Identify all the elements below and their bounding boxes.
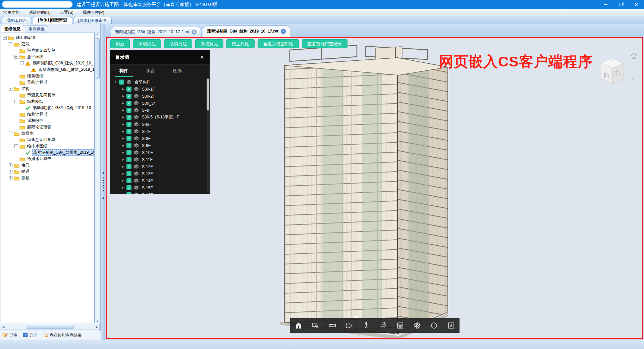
document-tab-0[interactable]: 翡翠湖别院_G8#_建筑_2019_10_17-2.rvt✕	[111, 27, 201, 37]
main-tab-1[interactable]: [单体1]模型审查	[33, 16, 72, 24]
document-tab-close-icon[interactable]: ✕	[281, 29, 286, 34]
component-checkbox[interactable]: ✓	[126, 136, 131, 141]
tree-expander-icon[interactable]: −	[20, 61, 24, 65]
expander-closed-icon[interactable]: ▶	[121, 109, 125, 112]
expander-closed-icon[interactable]: ▶	[121, 151, 125, 154]
tree-row[interactable]: 翡翠湖别院_G8#_结构_2019_10_17. r	[1, 105, 94, 111]
component-checkbox[interactable]: ✓	[126, 129, 131, 134]
expander-closed-icon[interactable]: ▶	[121, 123, 125, 126]
viewer-toolbar-button-0[interactable]: 刷新	[110, 39, 130, 48]
tree-row[interactable]: 审查意见回复单	[1, 47, 94, 54]
scroll-down-icon[interactable]: ▼	[96, 320, 99, 323]
component-checkbox[interactable]: ✓	[126, 101, 131, 106]
catalog-tab-1[interactable]: 集合	[146, 64, 155, 77]
tree-row[interactable]: −总平面图	[1, 54, 94, 60]
component-checkbox[interactable]: ✓	[126, 178, 131, 183]
tree-row[interactable]: +勘察	[1, 175, 94, 181]
expander-closed-icon[interactable]: ▶	[121, 102, 125, 105]
tree-row[interactable]: 翡翠湖别院_G8#_建筑_2019_10_1	[1, 66, 94, 73]
catalog-close-icon[interactable]: ✕	[200, 54, 204, 60]
catalog-row[interactable]: ▶✓S-9F	[110, 142, 206, 149]
section-icon[interactable]	[345, 321, 354, 330]
left-panel-tab-1[interactable]: 审查意见	[25, 26, 48, 33]
splitter-grip[interactable]	[103, 177, 104, 192]
properties-icon[interactable]	[396, 321, 405, 330]
viewer-toolbar-button-1[interactable]: 添加批注	[133, 39, 161, 48]
component-checkbox[interactable]: ✓	[126, 87, 131, 92]
tree-row[interactable]: −结构图纸	[1, 98, 94, 105]
viewer-toolbar-button-2[interactable]: 取消批注	[164, 39, 192, 48]
tree-row[interactable]: +暖通	[1, 168, 94, 175]
nav-menu-arrow-icon[interactable]: ▽	[632, 78, 635, 81]
expander-open-icon[interactable]: ▼	[114, 81, 117, 84]
close-button[interactable]: ✕	[629, 0, 644, 9]
component-checkbox[interactable]: ✓	[126, 171, 131, 176]
tree-row[interactable]: 建筑图纸	[1, 73, 94, 79]
scroll-left-icon[interactable]: ◀	[2, 326, 4, 329]
catalog-scrollbar[interactable]	[207, 79, 209, 193]
catalog-row[interactable]: ▶✓S30-5（5-18平面）F	[110, 114, 206, 121]
component-checkbox[interactable]: ✓	[126, 157, 131, 162]
walk-icon[interactable]	[362, 321, 371, 330]
expander-closed-icon[interactable]: ▶	[121, 144, 125, 147]
catalog-row[interactable]: ▶✓S-12F	[110, 163, 206, 170]
expander-closed-icon[interactable]: ▶	[121, 116, 125, 119]
expander-closed-icon[interactable]: ▶	[121, 179, 125, 182]
status-item-1[interactable]: 分屏	[23, 333, 37, 338]
zoom-window-icon[interactable]	[311, 321, 320, 330]
tree-horizontal-scrollbar[interactable]: ◀ ▶	[1, 324, 100, 330]
document-tab-close-icon[interactable]: ✕	[192, 30, 197, 35]
tree-row[interactable]: 节能计算书	[1, 79, 94, 86]
viewer-toolbar-button-5[interactable]: 自定义模型对比	[258, 39, 299, 48]
catalog-row[interactable]: ▶✓S30_3f	[110, 100, 206, 107]
tree-row[interactable]: 审查意见回复单	[1, 137, 94, 143]
tree-row[interactable]: −建筑	[1, 41, 94, 47]
viewer-toolbar-button-6[interactable]: 查看智能审查结果	[302, 39, 347, 48]
location-pin-icon[interactable]	[379, 321, 388, 330]
status-item-0[interactable]: 已审	[3, 333, 17, 338]
expander-closed-icon[interactable]: ▶	[121, 165, 125, 168]
component-checkbox[interactable]: ✓	[126, 164, 131, 169]
tree-row[interactable]: 试桩报告	[1, 117, 94, 124]
expander-closed-icon[interactable]: ▶	[121, 193, 125, 194]
catalog-tab-2[interactable]: 图纸	[173, 64, 182, 77]
catalog-row[interactable]: ▶✓S-6F	[110, 121, 206, 128]
navigation-cube[interactable]: 上 前 右	[595, 54, 629, 89]
left-panel-tab-0[interactable]: 图纸信息	[1, 25, 24, 33]
home-icon[interactable]	[294, 321, 303, 330]
collapse-left-icon[interactable]	[102, 197, 104, 200]
catalog-scroll-thumb[interactable]	[207, 79, 209, 110]
restore-button[interactable]	[613, 0, 629, 9]
component-checkbox[interactable]: ✓	[126, 108, 131, 113]
settings-gear-icon[interactable]	[413, 321, 422, 330]
tree-expander-icon[interactable]: −	[9, 132, 12, 135]
tree-expander-icon[interactable]: −	[3, 36, 7, 40]
component-checkbox[interactable]: ✓	[126, 192, 131, 194]
measure-icon[interactable]	[328, 321, 337, 330]
component-checkbox[interactable]: ✓	[126, 150, 131, 155]
expander-closed-icon[interactable]: ▶	[121, 95, 125, 98]
catalog-row[interactable]: ▼✓全部构件	[110, 79, 206, 86]
tree-expander-icon[interactable]: +	[9, 176, 12, 180]
viewer-toolbar-button-4[interactable]: 模型对比	[226, 39, 255, 48]
tree-row[interactable]: −给排水图纸	[1, 143, 94, 149]
tree-row[interactable]: −给排水	[1, 130, 94, 137]
catalog-row[interactable]: ▶✓S-16F	[110, 191, 206, 194]
status-item-2[interactable]: 查看智能审查结果	[43, 333, 82, 338]
catalog-row[interactable]: ▶✓S30-1F	[110, 86, 206, 93]
catalog-row[interactable]: ▶✓S-8F	[110, 135, 206, 142]
tree-expander-icon[interactable]: −	[14, 100, 18, 103]
component-checkbox[interactable]: ✓	[126, 115, 131, 120]
minimize-button[interactable]	[598, 0, 613, 9]
main-tab-2[interactable]: [单体1]图纸审查	[73, 17, 112, 24]
viewer-toolbar-button-3[interactable]: 新增意见	[195, 39, 223, 48]
info-icon[interactable]	[430, 321, 438, 330]
scroll-up-icon[interactable]: ▲	[96, 33, 99, 36]
tree-expander-icon[interactable]: −	[14, 144, 18, 148]
expander-closed-icon[interactable]: ▶	[121, 186, 125, 189]
catalog-row[interactable]: ▶✓S-4F	[110, 107, 206, 114]
menu-item-2[interactable]: 设置(S)	[60, 10, 78, 15]
tree-row[interactable]: 给排水计算书	[1, 156, 94, 162]
menu-item-3[interactable]: 插件管理(P)	[83, 10, 109, 15]
expander-closed-icon[interactable]: ▶	[121, 130, 125, 133]
